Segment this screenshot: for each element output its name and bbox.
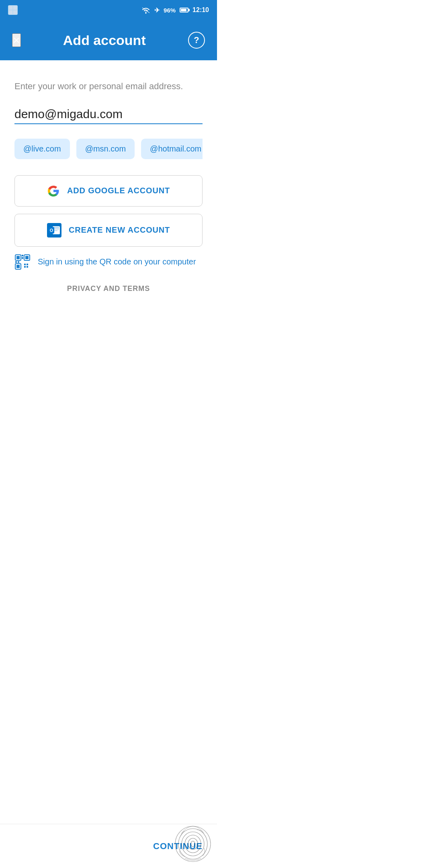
svg-rect-18 — [16, 265, 20, 268]
svg-rect-20 — [27, 264, 28, 265]
qr-code-icon — [14, 254, 31, 270]
svg-rect-25 — [15, 261, 17, 263]
google-icon — [47, 184, 60, 197]
svg-rect-22 — [27, 266, 28, 268]
svg-rect-14 — [16, 256, 20, 259]
svg-rect-23 — [22, 255, 23, 256]
app-icon — [8, 5, 18, 15]
main-content: Enter your work or personal email addres… — [0, 60, 217, 341]
email-input[interactable] — [14, 107, 203, 121]
email-input-wrapper — [14, 107, 203, 124]
status-bar: ✈ 96% 12:10 — [0, 0, 217, 20]
quick-email-hotmail[interactable]: @hotmail.com — [141, 139, 203, 159]
svg-rect-2 — [13, 6, 17, 10]
clock: 12:10 — [192, 6, 209, 14]
qr-signin-row[interactable]: Sign in using the QR code on your comput… — [14, 254, 203, 270]
svg-rect-19 — [24, 264, 26, 265]
create-new-label: CREATE NEW ACCOUNT — [69, 225, 170, 235]
quick-email-msn[interactable]: @msn.com — [76, 139, 135, 159]
airplane-icon: ✈ — [154, 6, 160, 14]
battery-icon — [180, 8, 188, 12]
svg-rect-21 — [24, 266, 26, 268]
page-title: Add account — [63, 33, 146, 48]
svg-rect-8 — [53, 227, 59, 228]
quick-email-live[interactable]: @live.com — [14, 139, 70, 159]
svg-rect-16 — [25, 256, 29, 259]
create-account-button[interactable]: O CREATE NEW ACCOUNT — [14, 214, 203, 247]
status-bar-right: ✈ 96% 12:10 — [141, 6, 209, 14]
svg-text:O: O — [50, 228, 53, 233]
add-google-label: ADD GOOGLE ACCOUNT — [67, 186, 170, 195]
battery-percent: 96% — [164, 7, 176, 14]
svg-rect-1 — [9, 6, 12, 10]
svg-rect-24 — [22, 257, 23, 259]
svg-rect-9 — [53, 229, 59, 229]
help-button[interactable]: ? — [188, 32, 205, 49]
outlook-icon: O — [47, 223, 61, 237]
svg-rect-3 — [9, 10, 12, 14]
instruction-text: Enter your work or personal email addres… — [14, 80, 203, 93]
add-google-button[interactable]: ADD GOOGLE ACCOUNT — [14, 175, 203, 207]
app-bar: × Add account ? — [0, 20, 217, 60]
wifi-icon — [141, 7, 150, 14]
qr-signin-text: Sign in using the QR code on your comput… — [38, 257, 196, 266]
privacy-terms-link[interactable]: PRIVACY AND TERMS — [14, 285, 203, 293]
svg-rect-4 — [13, 10, 17, 14]
close-button[interactable]: × — [12, 33, 21, 47]
status-bar-left — [8, 5, 18, 15]
svg-rect-26 — [18, 261, 19, 263]
quick-email-list: @live.com @msn.com @hotmail.com — [14, 139, 203, 159]
